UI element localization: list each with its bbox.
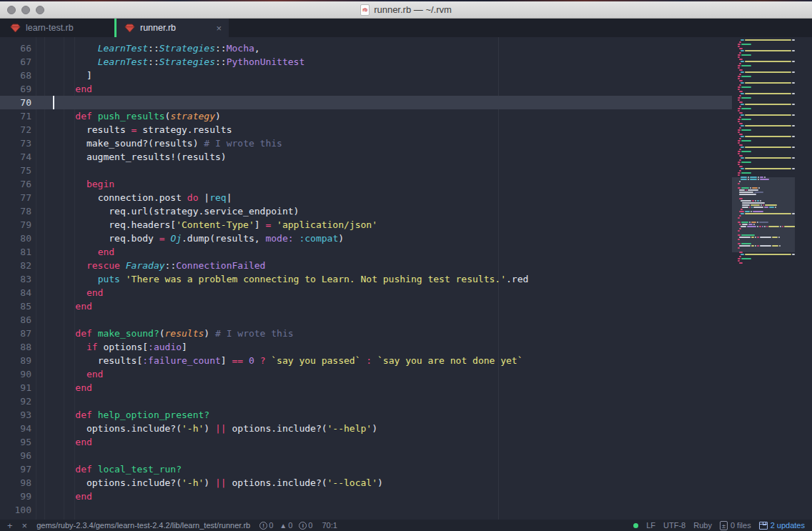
- line-number[interactable]: 74: [0, 150, 33, 164]
- code-line[interactable]: puts 'There was a problem connecting to …: [53, 272, 528, 286]
- code-line[interactable]: req.headers['Content-Type'] = 'applicati…: [53, 218, 528, 232]
- code-line[interactable]: end: [53, 367, 528, 381]
- code-line[interactable]: end: [53, 490, 528, 503]
- code-line[interactable]: LearnTest::Strategies::PythonUnittest: [53, 55, 528, 69]
- line-number[interactable]: 69: [0, 82, 33, 96]
- code-line[interactable]: results[:failure_count] == 0 ? `say you …: [53, 354, 528, 367]
- line-number[interactable]: 100: [0, 503, 33, 517]
- minimap-line: [735, 177, 795, 178]
- line-number[interactable]: 95: [0, 435, 33, 449]
- sync-status-icon: [633, 523, 638, 528]
- line-ending-indicator[interactable]: LF: [646, 521, 655, 530]
- line-number[interactable]: 84: [0, 286, 33, 299]
- code-line[interactable]: def make_sound?(results) # I wrote this: [53, 327, 528, 340]
- code-line[interactable]: begin: [53, 177, 528, 191]
- line-number[interactable]: 93: [0, 408, 33, 422]
- line-number[interactable]: 72: [0, 123, 33, 137]
- line-number[interactable]: 89: [0, 354, 33, 367]
- line-number[interactable]: 70: [0, 96, 33, 109]
- updates-indicator[interactable]: 2 updates: [759, 521, 805, 530]
- code-line[interactable]: end: [53, 286, 528, 299]
- line-number[interactable]: 82: [0, 259, 33, 272]
- minimap[interactable]: [732, 37, 795, 520]
- code-line[interactable]: rescue Faraday::ConnectionFailed: [53, 259, 528, 272]
- encoding-indicator[interactable]: UTF-8: [663, 521, 685, 530]
- line-number[interactable]: 71: [0, 109, 33, 123]
- git-files-indicator[interactable]: ± 0 files: [720, 521, 751, 530]
- code-line[interactable]: [53, 96, 528, 109]
- code-line[interactable]: def push_results(strategy): [53, 109, 528, 123]
- code-line[interactable]: def help_option_present?: [53, 408, 528, 422]
- tab-close-icon[interactable]: ×: [216, 24, 222, 33]
- line-number[interactable]: 67: [0, 55, 33, 69]
- tab-learn-test-rb[interactable]: learn-test.rb: [0, 19, 114, 37]
- code-line[interactable]: [53, 394, 528, 408]
- minimap-line: [735, 65, 795, 66]
- code-line[interactable]: augment_results!(results): [53, 150, 528, 164]
- code-editor[interactable]: 6667686970717273747576777879808182838485…: [0, 37, 812, 520]
- code-line[interactable]: options.include?('-h') || options.includ…: [53, 422, 528, 435]
- line-number[interactable]: 79: [0, 218, 33, 232]
- line-number[interactable]: 98: [0, 476, 33, 490]
- code-line[interactable]: end: [53, 381, 528, 394]
- line-number[interactable]: 90: [0, 367, 33, 381]
- line-number[interactable]: 66: [0, 41, 33, 55]
- grammar-indicator[interactable]: Ruby: [693, 521, 712, 530]
- code-line[interactable]: end: [53, 299, 528, 313]
- close-icon[interactable]: ×: [22, 521, 28, 530]
- code-line[interactable]: [53, 449, 528, 462]
- zoom-window-button[interactable]: [36, 6, 44, 14]
- diagnostics-summary[interactable]: !0 ▲0 i0: [259, 521, 312, 530]
- code-line[interactable]: [53, 503, 528, 517]
- line-number[interactable]: 83: [0, 272, 33, 286]
- line-number[interactable]: 96: [0, 449, 33, 462]
- code-line[interactable]: if options[:audio]: [53, 340, 528, 354]
- minimap-line: [735, 114, 795, 116]
- line-number[interactable]: 94: [0, 422, 33, 435]
- code-line[interactable]: make_sound?(results) # I wrote this: [53, 137, 528, 150]
- line-number[interactable]: 91: [0, 381, 33, 394]
- code-line[interactable]: connection.post do |req|: [53, 191, 528, 204]
- line-number[interactable]: 80: [0, 232, 33, 245]
- code-line[interactable]: req.body = Oj.dump(results, mode: :compa…: [53, 232, 528, 245]
- code-line[interactable]: options.include?('-h') || options.includ…: [53, 476, 528, 490]
- add-icon[interactable]: +: [7, 521, 13, 530]
- file-path[interactable]: gems/ruby-2.3.4/gems/learn-test-2.4.2/li…: [36, 521, 250, 530]
- line-number[interactable]: 78: [0, 204, 33, 218]
- code-line[interactable]: end: [53, 435, 528, 449]
- tab-runner-rb[interactable]: runner.rb ×: [114, 19, 229, 37]
- code-line[interactable]: def local_test_run?: [53, 462, 528, 476]
- line-number[interactable]: 73: [0, 137, 33, 150]
- line-number[interactable]: 75: [0, 164, 33, 177]
- code-token: ::: [148, 56, 159, 67]
- line-number[interactable]: 68: [0, 69, 33, 82]
- indent-whitespace: [53, 70, 86, 81]
- line-number[interactable]: 88: [0, 340, 33, 354]
- code-line[interactable]: ]: [53, 69, 528, 82]
- titlebar[interactable]: rb runner.rb — ~/.rvm: [0, 1, 812, 19]
- line-number[interactable]: 86: [0, 313, 33, 327]
- line-number[interactable]: 87: [0, 327, 33, 340]
- line-number[interactable]: 77: [0, 191, 33, 204]
- code-token: options.include?(: [86, 423, 182, 434]
- indent-whitespace: [53, 179, 86, 189]
- line-number[interactable]: 81: [0, 245, 33, 259]
- code-line[interactable]: end: [53, 245, 528, 259]
- cursor-position[interactable]: 70:1: [322, 521, 337, 530]
- line-number[interactable]: 76: [0, 177, 33, 191]
- line-number[interactable]: 99: [0, 490, 33, 503]
- close-window-button[interactable]: [7, 6, 16, 14]
- error-circle-icon: !: [259, 522, 267, 530]
- line-number[interactable]: 85: [0, 299, 33, 313]
- code-line[interactable]: results = strategy.results: [53, 123, 528, 137]
- minimap-line: [735, 123, 795, 124]
- code-line[interactable]: req.url(strategy.service_endpoint): [53, 204, 528, 218]
- code-line[interactable]: [53, 313, 528, 327]
- minimap-line: [735, 256, 795, 257]
- line-number[interactable]: 92: [0, 394, 33, 408]
- minimize-window-button[interactable]: [21, 6, 30, 14]
- code-line[interactable]: [53, 164, 528, 177]
- code-line[interactable]: end: [53, 82, 528, 96]
- code-line[interactable]: LearnTest::Strategies::Mocha,: [53, 41, 528, 55]
- line-number[interactable]: 97: [0, 462, 33, 476]
